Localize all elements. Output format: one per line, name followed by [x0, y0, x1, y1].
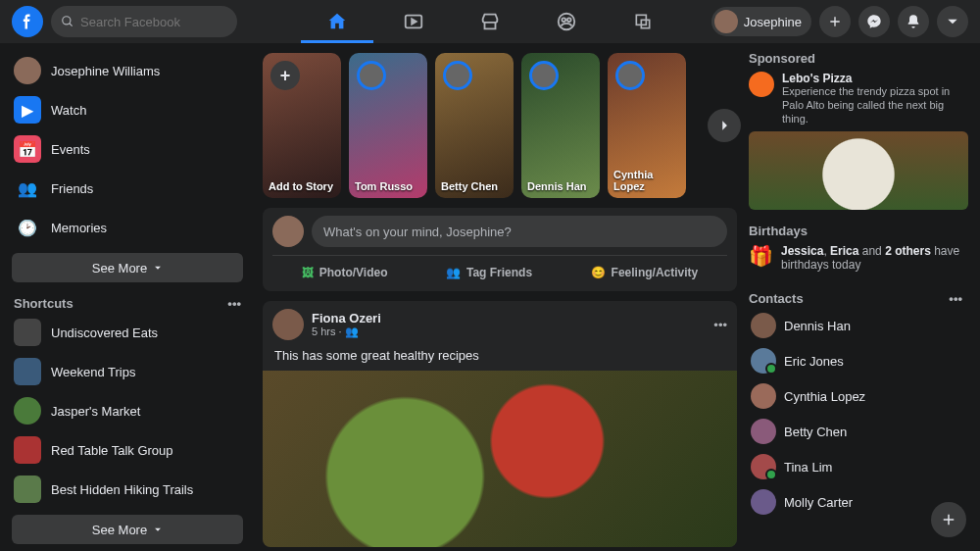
- avatar: [14, 57, 41, 84]
- avatar: [751, 313, 776, 338]
- sponsor-logo: [749, 72, 774, 97]
- avatar: [272, 216, 304, 247]
- svg-point-3: [559, 14, 575, 30]
- composer-input[interactable]: What's on your mind, Josephine?: [312, 216, 727, 247]
- nav-gaming[interactable]: [605, 0, 681, 43]
- story-card[interactable]: Dennis Han: [521, 53, 600, 198]
- plus-icon: [940, 511, 957, 528]
- shortcut-item[interactable]: Best Hidden Hiking Trails: [8, 470, 247, 509]
- search-input[interactable]: [80, 15, 218, 29]
- chevron-right-icon: [717, 119, 731, 132]
- contact-item[interactable]: Eric Jones: [749, 343, 968, 378]
- composer-placeholder: What's on your mind, Josephine?: [323, 225, 512, 239]
- notifications-button[interactable]: [898, 6, 929, 37]
- story-avatar: [615, 61, 645, 90]
- birthdays-line[interactable]: 🎁 Jessica, Erica and 2 others have birth…: [749, 244, 968, 272]
- home-icon: [326, 11, 348, 32]
- composer-photo-video[interactable]: 🖼Photo/Video: [292, 262, 398, 283]
- contact-name: Dennis Han: [784, 319, 851, 333]
- sidebar-item-label: Watch: [51, 103, 86, 118]
- stories-tray: +Add to Story Tom Russo Betty Chen Denni…: [263, 53, 737, 198]
- shortcut-thumb: [14, 319, 41, 346]
- contacts-header: Contacts•••: [749, 283, 968, 308]
- messenger-button[interactable]: [858, 6, 890, 37]
- post-author[interactable]: Fiona Ozeri: [312, 311, 381, 326]
- sidebar-item-memories[interactable]: 🕑Memories: [8, 208, 247, 247]
- nav-home[interactable]: [299, 0, 375, 43]
- more-icon[interactable]: •••: [227, 296, 241, 311]
- shortcut-item[interactable]: Jasper's Market: [8, 391, 247, 430]
- more-icon[interactable]: •••: [949, 291, 962, 306]
- avatar[interactable]: [272, 309, 304, 340]
- composer-action-label: Photo/Video: [319, 266, 388, 279]
- see-more-label: See More: [92, 261, 147, 276]
- shortcut-thumb: [14, 436, 41, 464]
- story-add[interactable]: +Add to Story: [263, 53, 341, 198]
- search-box[interactable]: [51, 6, 237, 37]
- feed: +Add to Story Tom Russo Betty Chen Denni…: [255, 43, 745, 551]
- shortcut-thumb: [14, 358, 41, 385]
- contact-item[interactable]: Tina Lim: [749, 449, 968, 484]
- gift-icon: 🎁: [749, 244, 773, 272]
- sidebar-item-events[interactable]: 📅Events: [8, 129, 247, 169]
- create-button[interactable]: [819, 6, 851, 37]
- new-message-fab[interactable]: [931, 502, 966, 537]
- story-avatar: [529, 61, 559, 90]
- chevron-down-icon: [153, 263, 163, 273]
- account-menu-button[interactable]: [937, 6, 968, 37]
- shortcut-thumb: [14, 476, 41, 503]
- sidebar-item-watch[interactable]: ▶Watch: [8, 90, 247, 129]
- story-label: Dennis Han: [527, 180, 594, 192]
- svg-point-5: [567, 18, 571, 22]
- profile-chip[interactable]: Josephine: [711, 7, 811, 36]
- sponsor-desc: Experience the trendy pizza spot in Palo…: [782, 85, 968, 125]
- chevron-down-icon: [153, 525, 163, 534]
- contact-item[interactable]: Cynthia Lopez: [749, 378, 968, 414]
- shortcut-item[interactable]: Red Table Talk Group: [8, 430, 247, 470]
- friends-icon: 👥: [14, 175, 41, 202]
- left-sidebar: Josephine Williams ▶Watch 📅Events 👥Frien…: [0, 43, 255, 551]
- post-more-button[interactable]: •••: [713, 318, 727, 332]
- see-more-button[interactable]: See More: [12, 253, 243, 282]
- nav-marketplace[interactable]: [452, 0, 528, 43]
- svg-line-1: [70, 24, 73, 26]
- story-avatar: [357, 61, 386, 90]
- shortcut-label: Red Table Talk Group: [51, 443, 173, 458]
- sidebar-item-friends[interactable]: 👥Friends: [8, 169, 247, 208]
- marketplace-icon: [479, 11, 501, 32]
- composer-action-label: Tag Friends: [466, 266, 532, 279]
- shortcut-label: Jasper's Market: [51, 404, 140, 419]
- composer: What's on your mind, Josephine? 🖼Photo/V…: [263, 208, 737, 291]
- story-label: Add to Story: [269, 180, 335, 192]
- story-avatar: [443, 61, 472, 90]
- contact-item[interactable]: Dennis Han: [749, 308, 968, 343]
- shortcut-label: Undiscovered Eats: [51, 326, 158, 340]
- nav-watch[interactable]: [375, 0, 452, 43]
- bell-icon: [906, 14, 921, 29]
- composer-tag-friends[interactable]: 👥Tag Friends: [436, 262, 542, 283]
- sponsored-item[interactable]: Lebo's Pizza Experience the trendy pizza…: [749, 72, 968, 125]
- shortcut-item[interactable]: Weekend Trips: [8, 352, 247, 391]
- story-label: Tom Russo: [355, 180, 421, 192]
- see-more-shortcuts-button[interactable]: See More: [12, 515, 243, 544]
- contact-name: Molly Carter: [784, 495, 853, 510]
- story-card[interactable]: Cynthia Lopez: [608, 53, 686, 198]
- shortcut-item[interactable]: Undiscovered Eats: [8, 313, 247, 352]
- composer-action-label: Feeling/Activity: [612, 266, 699, 279]
- nav-groups[interactable]: [528, 0, 605, 43]
- watch-icon: ▶: [14, 96, 41, 124]
- composer-feeling[interactable]: 😊Feeling/Activity: [581, 262, 709, 283]
- sidebar-item-profile[interactable]: Josephine Williams: [8, 51, 247, 90]
- story-label: Betty Chen: [441, 180, 508, 192]
- stories-next-button[interactable]: [708, 109, 741, 142]
- contact-item[interactable]: Betty Chen: [749, 414, 968, 449]
- sponsored-title: Sponsored: [749, 51, 968, 66]
- post-image[interactable]: [263, 371, 737, 547]
- sponsor-image[interactable]: [749, 131, 968, 210]
- post-text: This has some great healthy recipes: [263, 348, 737, 371]
- story-card[interactable]: Tom Russo: [349, 53, 427, 198]
- sidebar-item-label: Memories: [51, 221, 107, 235]
- story-card[interactable]: Betty Chen: [435, 53, 514, 198]
- facebook-logo[interactable]: [12, 6, 43, 37]
- watch-icon: [403, 11, 424, 32]
